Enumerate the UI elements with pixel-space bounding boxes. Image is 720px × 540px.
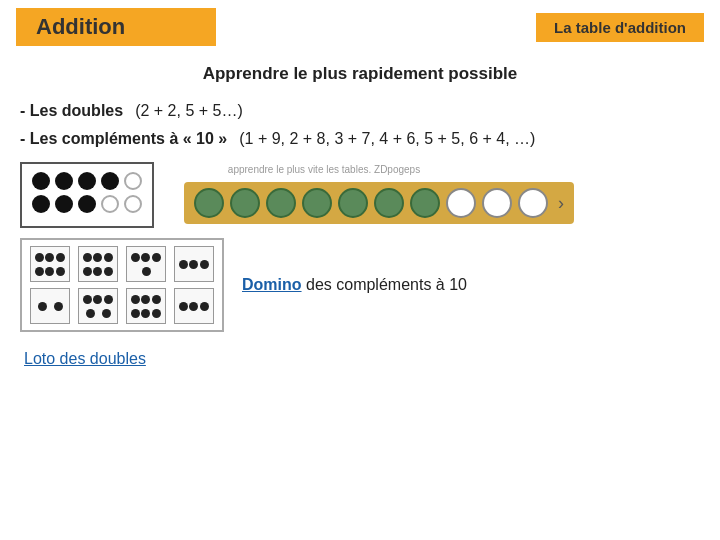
domino-half <box>174 246 214 282</box>
complements-label: - Les compléments à « 10 » <box>20 130 227 148</box>
domino-half <box>78 246 118 282</box>
domino-half <box>30 246 70 282</box>
main-content: Apprendre le plus rapidement possible - … <box>0 64 720 368</box>
ten-frame-label: apprendre le plus vite les tables. ZDpog… <box>184 164 464 175</box>
ten-frame-cell-filled <box>302 188 332 218</box>
dot <box>55 172 73 190</box>
ten-frame-cell-filled <box>194 188 224 218</box>
table-banner: La table d'addition <box>536 13 704 42</box>
page-header: Addition La table d'addition <box>0 0 720 54</box>
doubles-text: (2 + 2, 5 + 5…) <box>135 102 243 120</box>
domino-image <box>20 238 224 332</box>
domino-row-bottom <box>30 288 214 324</box>
ten-frame-cell-filled <box>374 188 404 218</box>
domino-half <box>126 246 166 282</box>
complements-text: (1 + 9, 2 + 8, 3 + 7, 4 + 6, 5 + 5, 6 + … <box>239 130 535 148</box>
domino-half <box>126 288 166 324</box>
dot <box>78 195 96 213</box>
visuals-row: apprendre le plus vite les tables. ZDpog… <box>20 162 700 228</box>
domino-description: Domino des compléments à 10 <box>242 276 467 294</box>
main-subtitle: Apprendre le plus rapidement possible <box>20 64 700 84</box>
ten-frame-cell-filled <box>266 188 296 218</box>
ten-frame-cell-filled <box>230 188 260 218</box>
ten-frame-cell-filled <box>338 188 368 218</box>
domino-half <box>78 288 118 324</box>
dot-empty <box>124 172 142 190</box>
domino-half <box>30 288 70 324</box>
page-title: Addition <box>16 8 216 46</box>
ten-frame-visual: › <box>184 182 574 224</box>
domino-link[interactable]: Domino <box>242 276 302 293</box>
dot-grid-visual <box>20 162 154 228</box>
ten-frame-wrapper: apprendre le plus vite les tables. ZDpog… <box>184 182 574 224</box>
ten-frame-cell-empty <box>518 188 548 218</box>
domino-half <box>174 288 214 324</box>
ten-frame-cell-filled <box>410 188 440 218</box>
doubles-label: - Les doubles <box>20 102 123 120</box>
dot <box>32 195 50 213</box>
dot <box>78 172 96 190</box>
ten-frame-cell-empty <box>446 188 476 218</box>
dot-empty <box>101 195 119 213</box>
dot <box>101 172 119 190</box>
complements-row: - Les compléments à « 10 » (1 + 9, 2 + 8… <box>20 130 700 148</box>
doubles-row: - Les doubles (2 + 2, 5 + 5…) <box>20 102 700 120</box>
loto-link[interactable]: Loto des doubles <box>24 350 146 367</box>
loto-section: Loto des doubles <box>24 350 700 368</box>
dot <box>32 172 50 190</box>
ten-frame-cell-empty <box>482 188 512 218</box>
domino-row-top <box>30 246 214 282</box>
domino-section: Domino des compléments à 10 <box>20 238 700 332</box>
domino-description-suffix: des compléments à 10 <box>306 276 467 293</box>
ten-frame-arrow-icon: › <box>558 193 564 214</box>
dot-empty <box>124 195 142 213</box>
dot <box>55 195 73 213</box>
